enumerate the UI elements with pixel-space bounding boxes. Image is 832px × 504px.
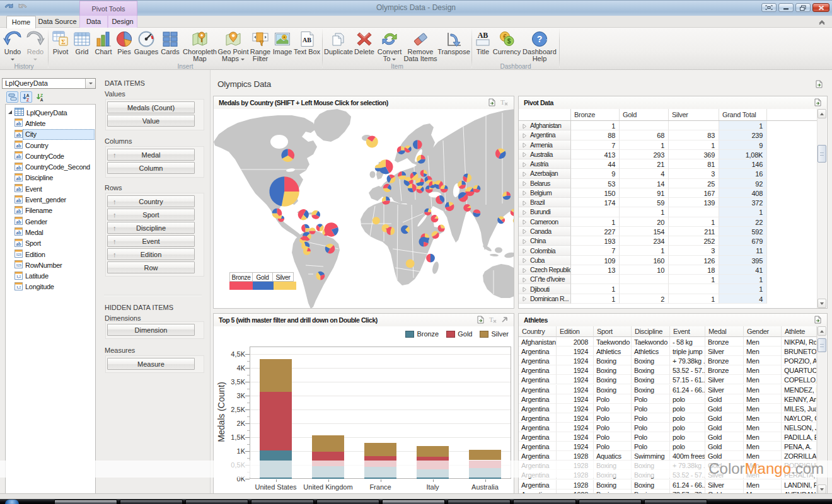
ribbon-button-grid[interactable]: Grid [71, 29, 93, 56]
pivot-row-cameroon[interactable]: Cameroon [519, 217, 571, 227]
pivot-row-c-te-d-ivoire[interactable]: CГґte d'Ivoire [519, 275, 571, 284]
tree-field-countrycode[interactable]: abCountryCode [6, 151, 95, 161]
ribbon-button-delete[interactable]: Delete [353, 29, 376, 56]
pivot-scrollbar-thumb[interactable] [818, 145, 826, 163]
ribbon-button-dashboard-help[interactable]: ?Dashboard Help [521, 29, 558, 63]
pivot-row-czech-republic[interactable]: Czech Republic [519, 265, 571, 275]
data-item-medals-count-[interactable]: Medals (Count) [107, 101, 195, 113]
export-icon[interactable] [814, 98, 822, 108]
scroll-up-icon[interactable] [818, 326, 826, 336]
expand-icon[interactable] [523, 151, 527, 157]
athletes-scrollbar-thumb[interactable] [818, 338, 826, 352]
scroll-down-icon[interactable] [818, 299, 826, 308]
taskbar-button[interactable] [382, 500, 445, 504]
tree-expander-icon[interactable] [6, 109, 14, 117]
ribbon-button-undo[interactable]: Undo [1, 29, 24, 63]
data-item-edition[interactable]: ↑Edition [107, 248, 195, 260]
tree-field-longitude[interactable]: 1,2Longitude [6, 282, 95, 292]
athletes-column-header-edition[interactable]: Edition [557, 326, 594, 337]
group-by-table-icon[interactable] [6, 91, 18, 103]
expand-icon[interactable] [523, 190, 527, 195]
taskbar-button[interactable] [54, 500, 117, 504]
ribbon-button-transpose[interactable]: Transpose [437, 29, 470, 56]
bar-segment-silver-france[interactable] [364, 443, 396, 456]
expand-icon[interactable] [523, 209, 527, 215]
ribbon-button-title[interactable]: ABTitle [473, 29, 492, 56]
expand-icon[interactable] [523, 277, 527, 282]
tree-field-rownumber[interactable]: 123RowNumber [6, 260, 95, 270]
pivot-column-header[interactable]: Bronze [571, 109, 620, 121]
bar-segment-silver-italy[interactable] [417, 446, 449, 457]
bar-segment-gold-united-states[interactable] [260, 392, 292, 450]
ribbon-button-currency[interactable]: €$Currency [492, 29, 521, 56]
ribbon-button-chart[interactable]: Chart [93, 29, 114, 56]
pivot-scrollbar[interactable] [817, 109, 826, 308]
pivot-row-colombia[interactable]: Colombia [519, 246, 571, 255]
taskbar-button[interactable] [579, 500, 642, 504]
expand-icon[interactable] [523, 295, 527, 301]
data-item-dimension[interactable]: Dimension [107, 324, 195, 336]
dashboard-export-icon[interactable] [815, 80, 823, 89]
tree-field-discipline[interactable]: abDiscipline [6, 173, 95, 183]
ribbon-button-range-filter[interactable]: Range Filter [249, 29, 272, 63]
ribbon-button-redo[interactable]: Redo [24, 29, 47, 63]
pivot-row-burundi[interactable]: Burundi [519, 207, 571, 217]
expand-icon[interactable] [523, 248, 527, 253]
data-item-sport[interactable]: ↑Sport [107, 209, 195, 220]
athletes-column-header-discipline[interactable]: Discipline [632, 326, 670, 337]
data-item-row[interactable]: Row [107, 261, 195, 273]
pivot-row-belgium[interactable]: Belgium [519, 188, 571, 198]
data-source-select[interactable]: LplQueryData [2, 78, 96, 89]
pivot-row-austria[interactable]: Austria [519, 159, 571, 169]
pivot-row-argentina[interactable]: Argentina [519, 130, 571, 140]
tab-data-source[interactable]: Data Source [36, 16, 79, 28]
pivot-row-djibouti[interactable]: Djibouti [519, 284, 571, 294]
pivot-column-header[interactable]: Grand Total [719, 109, 767, 121]
expand-icon[interactable] [523, 171, 527, 176]
ribbon-collapse-icon[interactable] [818, 18, 826, 24]
expand-icon[interactable] [523, 180, 527, 186]
taskbar-button[interactable] [316, 500, 379, 504]
ribbon-button-image[interactable]: Image [272, 29, 293, 56]
ribbon-button-remove-data-items[interactable]: Remove Data Items [403, 29, 437, 63]
tree-field-country[interactable]: abCountry [6, 140, 95, 151]
tree-field-athlete[interactable]: abAthlete [6, 118, 95, 129]
pivot-row-afghanistan[interactable]: Afghanistan [519, 121, 571, 130]
tree-field-city[interactable]: abCity [6, 129, 95, 140]
ribbon-button-convert-to[interactable]: Convert To [376, 29, 403, 63]
pivot-row-dominican-r-[interactable]: Dominican R... [519, 294, 571, 304]
tree-field-edition[interactable]: 123Edition [6, 249, 95, 260]
export-icon[interactable] [477, 316, 485, 325]
tree-field-countrycode_second[interactable]: abCountryCode_Second [6, 161, 95, 172]
pivot-row-azerbaijan[interactable]: Azerbaijan [519, 169, 571, 178]
tree-field-latitude[interactable]: 1,2Latitude [6, 270, 95, 281]
tree-field-event_gender[interactable]: abEvent_gender [6, 194, 95, 205]
pivot-row-belarus[interactable]: Belarus [519, 179, 571, 188]
ribbon-button-cards[interactable]: Cards [158, 29, 182, 56]
ribbon-button-geo-point-maps[interactable]: Geo Point Maps [217, 29, 249, 63]
ribbon-button-gauges[interactable]: Gauges [134, 29, 158, 56]
start-button[interactable] [5, 500, 19, 504]
sort-za-icon[interactable]: ZA [34, 91, 46, 103]
pivot-row-china[interactable]: China [519, 236, 571, 246]
data-item-column[interactable]: Column [107, 162, 195, 174]
pivot-row-cuba[interactable]: Cuba [519, 256, 571, 265]
pivot-row-canada[interactable]: Canada [519, 227, 571, 236]
taskbar-button[interactable] [513, 500, 576, 504]
athletes-column-header-event[interactable]: Event [670, 326, 705, 337]
bar-segment-silver-united-kingdom[interactable] [312, 435, 344, 452]
world-map[interactable]: BronzeGoldSilver [214, 109, 514, 308]
data-item-value[interactable]: Value [107, 115, 195, 127]
athletes-column-header-medal[interactable]: Medal [705, 326, 744, 337]
scroll-up-icon[interactable] [818, 109, 826, 118]
tree-field-medal[interactable]: abMedal [6, 227, 95, 238]
taskbar-button[interactable] [251, 500, 314, 504]
pivot-row-australia[interactable]: Australia [519, 150, 571, 159]
data-item-discipline[interactable]: ↑Discipline [107, 222, 195, 234]
minimize-button[interactable] [778, 3, 794, 12]
data-item-country[interactable]: ↑Country [107, 195, 195, 207]
pivot-row-brazil[interactable]: Brazil [519, 198, 571, 207]
data-item-medal[interactable]: ↑Medal [107, 149, 195, 161]
tree-root[interactable]: LplQueryData [6, 107, 95, 118]
ribbon-button-pivot[interactable]: ΣPivot [50, 29, 71, 56]
